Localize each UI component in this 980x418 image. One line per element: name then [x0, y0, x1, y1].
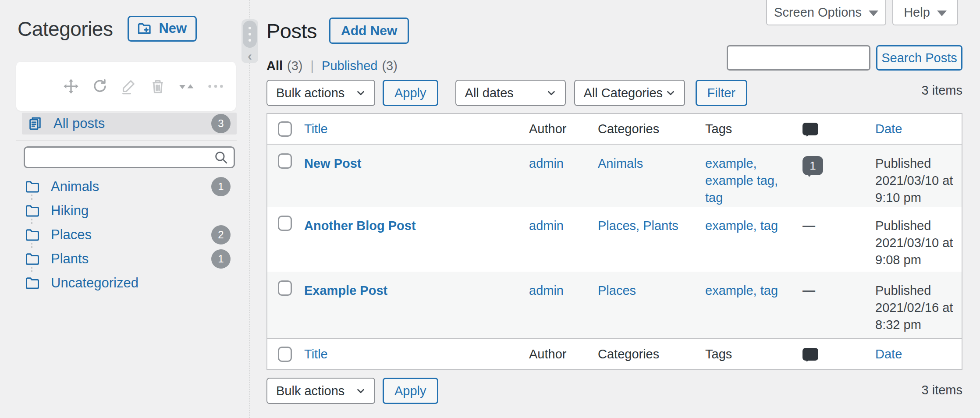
comment-bubble-icon	[802, 348, 818, 361]
categories-filter-select[interactable]: All Categories	[574, 80, 685, 106]
post-title-link[interactable]: Another Blog Post	[304, 219, 416, 233]
search-posts-button[interactable]: Search Posts	[876, 45, 962, 71]
column-header-categories: Categories	[598, 122, 659, 136]
category-count-badge: 2	[211, 225, 231, 244]
category-count-badge: 1	[211, 249, 231, 269]
sort-icon[interactable]	[178, 78, 195, 95]
categories-toolbar	[16, 62, 236, 111]
category-search-input[interactable]	[25, 148, 213, 167]
categories-panel: Categories New	[0, 0, 240, 418]
bulk-actions-select[interactable]: Bulk actions	[266, 80, 375, 106]
sidebar-item-plants[interactable]: Plants 1	[25, 247, 231, 271]
apply-button[interactable]: Apply	[383, 80, 438, 106]
edit-icon[interactable]	[120, 78, 138, 95]
comment-bubble-icon	[802, 123, 818, 135]
chevron-down-icon	[937, 11, 947, 16]
screen-options-button[interactable]: Screen Options	[766, 0, 886, 25]
view-filter-links: All (3) | Published (3)	[266, 59, 398, 73]
trash-icon[interactable]	[149, 78, 167, 95]
categories-links[interactable]: Places, Plants	[598, 219, 678, 233]
category-list: Animals 1 Hiking Places 2 Plant	[25, 174, 231, 295]
column-header-tags: Tags	[705, 122, 732, 136]
column-footer-date[interactable]: Date	[875, 347, 902, 361]
folder-plus-icon	[137, 21, 153, 36]
items-count: 3 items	[922, 83, 962, 98]
post-title-link[interactable]: Example Post	[304, 283, 387, 298]
sidebar-item-uncategorized[interactable]: Uncategorized	[25, 271, 231, 295]
chevron-down-icon	[546, 87, 557, 99]
search-posts-input[interactable]	[727, 45, 870, 71]
tag-link[interactable]: example tag,	[705, 172, 802, 189]
help-label: Help	[904, 5, 930, 20]
folder-icon	[25, 251, 40, 267]
category-label: Plants	[51, 251, 89, 267]
row-checkbox[interactable]	[278, 280, 292, 296]
comment-count-bubble[interactable]: 1	[802, 156, 823, 175]
view-all-link[interactable]: All	[266, 59, 283, 73]
bulk-actions-value: Bulk actions	[276, 384, 344, 398]
category-count-badge: 1	[211, 177, 231, 196]
bulk-actions-select-bottom[interactable]: Bulk actions	[266, 378, 375, 404]
sidebar-item-all-posts[interactable]: All posts 3	[22, 113, 237, 135]
filter-button[interactable]: Filter	[696, 80, 747, 106]
table-row: Example Post admin Places example, tag —…	[267, 272, 962, 338]
post-title-link[interactable]: New Post	[304, 156, 362, 170]
sidebar-item-hiking[interactable]: Hiking	[25, 198, 231, 223]
tag-link[interactable]: example,	[705, 155, 802, 172]
row-checkbox[interactable]	[278, 216, 292, 231]
select-all-checkbox[interactable]	[278, 121, 292, 137]
table-row: New Post admin Animals example, example …	[267, 145, 962, 207]
posts-table: Title Author Categories Tags Date New Po…	[266, 113, 962, 370]
collapse-panel-icon[interactable]: ‹	[241, 50, 258, 62]
no-comments-dash: —	[802, 283, 815, 298]
author-link[interactable]: admin	[529, 219, 564, 233]
column-header-title[interactable]: Title	[304, 122, 328, 136]
table-nav-top: Bulk actions Apply All dates All Categor…	[266, 80, 747, 106]
column-footer-author: Author	[529, 347, 566, 361]
categories-links[interactable]: Animals	[598, 156, 643, 170]
category-label: Places	[51, 227, 92, 243]
screen-options-label: Screen Options	[774, 5, 862, 20]
row-checkbox[interactable]	[278, 153, 292, 169]
category-label: Animals	[51, 179, 99, 195]
tag-link[interactable]: tag	[705, 189, 802, 206]
apply-button-bottom[interactable]: Apply	[383, 378, 438, 404]
author-link[interactable]: admin	[529, 283, 564, 298]
category-label: Hiking	[51, 203, 89, 219]
tag-link[interactable]: example, tag	[705, 282, 802, 299]
sidebar-item-animals[interactable]: Animals 1	[25, 174, 231, 198]
dates-filter-select[interactable]: All dates	[455, 80, 566, 106]
pages-icon	[27, 116, 43, 131]
move-icon[interactable]	[62, 78, 80, 95]
table-footer-row: Title Author Categories Tags Date	[267, 338, 962, 369]
column-footer-title[interactable]: Title	[304, 347, 328, 361]
new-category-button[interactable]: New	[128, 16, 197, 42]
folder-icon	[25, 275, 40, 291]
column-header-author: Author	[529, 122, 566, 136]
all-posts-count-badge: 3	[211, 114, 231, 133]
column-header-date[interactable]: Date	[875, 122, 902, 136]
help-button[interactable]: Help	[892, 0, 958, 25]
column-footer-categories: Categories	[598, 347, 659, 361]
view-published-link[interactable]: Published	[322, 59, 377, 73]
sidebar-item-places[interactable]: Places 2	[25, 223, 231, 247]
new-category-label: New	[159, 21, 187, 36]
author-link[interactable]: admin	[529, 156, 564, 170]
category-search-box	[24, 146, 235, 168]
redo-icon[interactable]	[91, 78, 109, 95]
add-new-button[interactable]: Add New	[329, 18, 409, 44]
folder-icon	[25, 227, 40, 243]
dates-filter-value: All dates	[465, 86, 514, 100]
wordpress-posts-screen: Categories New	[0, 0, 980, 418]
tag-link[interactable]: example, tag	[705, 217, 802, 234]
page-title: Posts	[266, 19, 317, 43]
date-cell: Published 2021/02/16 at 8:32 pm	[875, 272, 962, 338]
select-all-checkbox[interactable]	[278, 347, 292, 362]
sidebar-divider	[16, 140, 237, 141]
table-row: Another Blog Post admin Places, Plants e…	[267, 207, 962, 272]
categories-links[interactable]: Places	[598, 283, 636, 298]
panel-resize-handle[interactable]	[243, 21, 257, 48]
date-cell: Published 2021/03/10 at 9:08 pm	[875, 207, 962, 272]
search-icon	[213, 150, 228, 165]
more-icon[interactable]	[207, 78, 224, 95]
